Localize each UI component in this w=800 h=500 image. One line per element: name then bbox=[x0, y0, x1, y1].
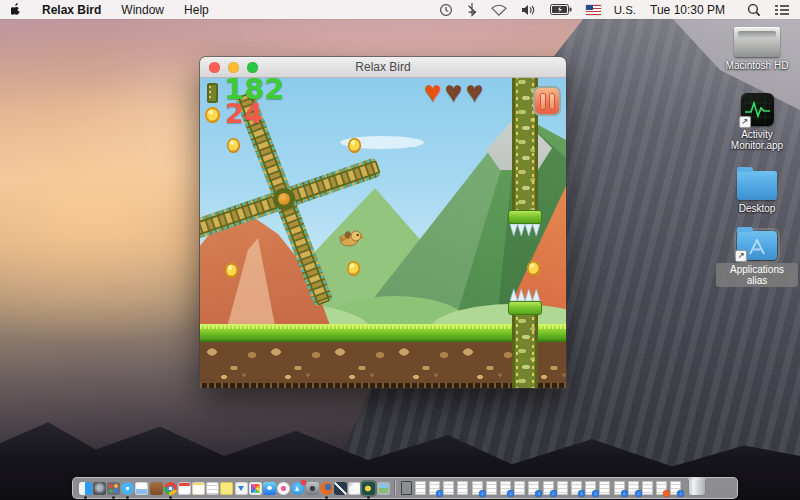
input-source-label[interactable]: U.S. bbox=[608, 4, 642, 16]
dock-minimized-doc[interactable]: ↓ bbox=[670, 481, 681, 495]
running-indicator bbox=[112, 496, 115, 499]
dock-minimized-doc[interactable] bbox=[443, 481, 454, 495]
desktop-icon-macintosh-hd[interactable]: Macintosh HD bbox=[716, 27, 798, 71]
dock-launchpad-icon[interactable] bbox=[93, 482, 106, 495]
zoom-button[interactable] bbox=[247, 62, 258, 73]
notification-center-icon[interactable] bbox=[768, 0, 800, 19]
dock-minimized-doc[interactable] bbox=[557, 481, 568, 495]
battery-icon[interactable] bbox=[543, 0, 579, 19]
time-machine-icon[interactable] bbox=[432, 0, 460, 19]
desktop-icon-desktop[interactable]: Desktop bbox=[716, 167, 798, 214]
running-indicator bbox=[84, 496, 87, 499]
dock-minimized-doc[interactable] bbox=[656, 481, 667, 495]
dock-pixelmator-icon[interactable] bbox=[334, 482, 347, 495]
spikes-up bbox=[510, 289, 540, 301]
dock-minimized-doc[interactable] bbox=[415, 481, 426, 495]
menu-bar: Relax BirdWindowHelp U.S. Tue 10:30 PM bbox=[0, 0, 800, 19]
pause-icon bbox=[549, 93, 555, 110]
dock-minimized-doc[interactable] bbox=[599, 481, 610, 495]
dock-calendar-icon[interactable] bbox=[178, 482, 191, 495]
lives-hearts: ♥♥♥ bbox=[424, 78, 483, 109]
dock-minimized-photo[interactable] bbox=[401, 481, 412, 495]
life-heart-empty-icon: ♥ bbox=[466, 78, 484, 109]
menu-clock[interactable]: Tue 10:30 PM bbox=[642, 3, 733, 17]
dock-textedit-icon[interactable] bbox=[206, 482, 219, 495]
game-window: Relax Bird bbox=[200, 57, 566, 388]
dock-messages-icon[interactable] bbox=[263, 482, 276, 495]
coins-score-icon bbox=[205, 107, 220, 123]
desktop-icon-activity-monitor-app[interactable]: ↗Activity Monitor.app bbox=[716, 93, 798, 151]
bluetooth-icon[interactable] bbox=[460, 0, 484, 19]
download-badge: ↓ bbox=[621, 490, 628, 497]
window-titlebar[interactable]: Relax Bird bbox=[200, 57, 566, 78]
dock-safari-icon[interactable] bbox=[121, 482, 134, 495]
dock-chrome-icon[interactable] bbox=[164, 482, 177, 495]
trash-icon[interactable] bbox=[689, 477, 705, 495]
wifi-icon[interactable] bbox=[484, 0, 514, 19]
dock-photos-icon[interactable] bbox=[249, 482, 262, 495]
dock-installer-icon[interactable] bbox=[235, 482, 248, 495]
life-heart-filled-icon: ♥ bbox=[424, 78, 442, 109]
dock-minimized-doc[interactable]: ↓ bbox=[528, 481, 539, 495]
game-canvas[interactable]: 182 24 ♥♥♥ bbox=[200, 78, 566, 388]
pause-button[interactable] bbox=[533, 86, 561, 116]
folder-apps-icon: ↗ bbox=[737, 231, 777, 260]
download-badge: ↓ bbox=[535, 490, 542, 497]
running-indicator bbox=[325, 496, 328, 499]
coin-pickup bbox=[347, 261, 360, 276]
dock-app-store-icon[interactable] bbox=[291, 482, 304, 495]
input-flag-icon[interactable] bbox=[579, 0, 608, 19]
coins-score-value: 24 bbox=[225, 98, 263, 129]
dock-image-editor-icon[interactable] bbox=[377, 482, 390, 495]
dock-minimized-doc[interactable]: ↓ bbox=[614, 481, 625, 495]
folder-icon bbox=[737, 171, 777, 200]
menu-item-relax-bird[interactable]: Relax Bird bbox=[32, 0, 111, 19]
dock-minimized-doc[interactable]: ↓ bbox=[429, 481, 440, 495]
pipe-cap bbox=[508, 210, 542, 224]
alias-arrow-badge: ↗ bbox=[739, 116, 751, 128]
dock-minimized-doc[interactable]: ↓ bbox=[585, 481, 596, 495]
dock-minimized-doc[interactable] bbox=[642, 481, 653, 495]
dock-minimized-doc[interactable]: ↓ bbox=[472, 481, 483, 495]
pause-icon bbox=[540, 93, 546, 110]
desktop-icon-label: Applications alias bbox=[716, 263, 798, 287]
dock-minimized-doc[interactable]: ↓ bbox=[628, 481, 639, 495]
desktop-icon-applications-alias[interactable]: ↗Applications alias bbox=[716, 227, 798, 287]
desktop-icon-column: Macintosh HD↗Activity Monitor.appDesktop… bbox=[716, 27, 798, 287]
activity-icon: ↗ bbox=[741, 93, 774, 126]
dock-stickies-icon[interactable] bbox=[220, 482, 233, 495]
dock-minimized-doc[interactable] bbox=[514, 481, 525, 495]
dock-minimized-doc[interactable]: ↓ bbox=[571, 481, 582, 495]
dock-draft-doc-icon[interactable] bbox=[348, 482, 361, 495]
pipes-score-icon bbox=[207, 83, 218, 103]
drive-icon bbox=[734, 27, 780, 57]
dock-firefox-icon[interactable] bbox=[320, 482, 333, 495]
dock-minimized-doc[interactable] bbox=[486, 481, 497, 495]
dock-photo-booth-icon[interactable] bbox=[306, 482, 319, 495]
desktop-icon-label: Macintosh HD bbox=[726, 60, 789, 71]
alias-arrow-badge: ↗ bbox=[735, 250, 747, 262]
volume-icon[interactable] bbox=[514, 0, 543, 19]
obstacle-pipe-bottom bbox=[512, 315, 538, 388]
menu-item-help[interactable]: Help bbox=[174, 0, 219, 19]
minimize-button[interactable] bbox=[228, 62, 239, 73]
close-button[interactable] bbox=[209, 62, 220, 73]
download-badge: ↓ bbox=[677, 490, 684, 497]
spotlight-icon[interactable] bbox=[733, 0, 768, 19]
dock-finder-icon[interactable] bbox=[79, 482, 92, 495]
download-badge: ↓ bbox=[479, 490, 486, 497]
dock: ↓↓↓↓↓↓↓↓↓↓ bbox=[72, 477, 738, 499]
dock-minimized-doc[interactable]: ↓ bbox=[543, 481, 554, 495]
dock-minimized-doc[interactable]: ↓ bbox=[500, 481, 511, 495]
apple-menu-icon[interactable] bbox=[0, 3, 32, 17]
dock-relax-bird-icon[interactable] bbox=[362, 482, 375, 495]
running-indicator bbox=[169, 496, 172, 499]
dock-mission-control-icon[interactable] bbox=[107, 482, 120, 495]
dock-contacts-icon[interactable] bbox=[150, 482, 163, 495]
dock-minimized-doc[interactable] bbox=[457, 481, 468, 495]
menu-item-window[interactable]: Window bbox=[111, 0, 174, 19]
dock-itunes-icon[interactable] bbox=[277, 482, 290, 495]
dock-notes-icon[interactable] bbox=[192, 482, 205, 495]
dock-mail-icon[interactable] bbox=[135, 482, 148, 495]
coin-pickup bbox=[348, 138, 361, 153]
